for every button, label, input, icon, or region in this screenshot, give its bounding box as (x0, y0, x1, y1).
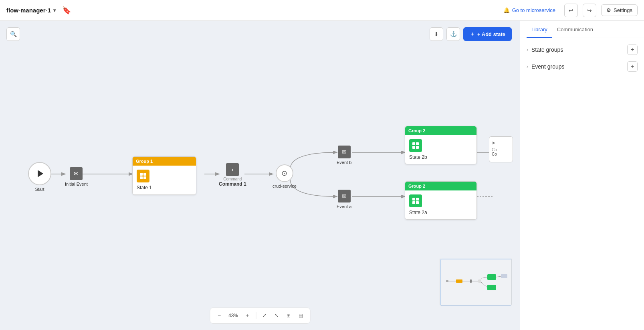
group2b-bar: Group 2 (405, 126, 476, 135)
svg-rect-14 (412, 146, 415, 149)
redo-button[interactable]: ↪ (583, 4, 596, 17)
state2a-label: State 2a (409, 210, 427, 215)
book-icon[interactable]: 🔖 (62, 6, 71, 15)
title-chevron-icon[interactable]: ▾ (53, 8, 56, 13)
zoom-in-icon: + (246, 312, 249, 319)
grid-button[interactable]: ⊞ (283, 310, 294, 321)
svg-rect-8 (140, 173, 143, 176)
search-icon: 🔍 (10, 31, 17, 37)
tab-library[interactable]: Library (527, 21, 552, 38)
svg-rect-15 (416, 146, 419, 149)
event-a-icon: ✉ (338, 190, 351, 202)
initial-event-node[interactable]: ✉ Initial Event (65, 167, 88, 186)
svg-rect-23 (470, 279, 472, 283)
zoom-out-button[interactable]: − (214, 310, 224, 321)
svg-rect-16 (412, 198, 415, 200)
settings-label: Settings (614, 7, 632, 13)
main-layout: 🔍 ⬇ ⚓ ＋ + Add state (0, 21, 644, 330)
add-state-button[interactable]: ＋ + Add state (463, 27, 512, 41)
settings-button[interactable]: ⚙ Settings (601, 4, 638, 16)
initial-event-icon: ✉ (70, 167, 83, 180)
state2b-label: State 2b (409, 154, 427, 160)
svg-rect-12 (412, 142, 415, 145)
svg-rect-21 (446, 280, 448, 282)
anchor-button[interactable]: ⚓ (446, 27, 460, 41)
start-node[interactable]: Start (28, 162, 51, 192)
event-a-node[interactable]: ✉ Event a (337, 190, 351, 209)
event-a-label: Event a (337, 204, 351, 209)
group1-bar: Group 1 (133, 157, 196, 166)
svg-rect-27 (501, 274, 507, 278)
microservice-icon: 🔔 (503, 7, 510, 13)
state-groups-chevron[interactable]: › (527, 47, 528, 53)
state2a-node[interactable]: Group 2 State 2a (405, 181, 477, 220)
canvas-toolbar: 🔍 ⬇ ⚓ ＋ + Add state (6, 27, 520, 41)
tab-communication[interactable]: Communication (552, 21, 598, 38)
svg-rect-22 (456, 279, 462, 283)
service-node[interactable]: ⊙ crud-service (273, 164, 297, 188)
title-text: flow-manager-1 (6, 7, 51, 14)
group2a-bar: Group 2 (405, 182, 476, 190)
svg-rect-26 (487, 285, 496, 290)
add-state-label: + Add state (477, 31, 505, 37)
group1-label: Group 1 (136, 159, 153, 164)
topbar: flow-manager-1 ▾ 🔖 🔔 Go to microservice … (0, 0, 644, 21)
state2b-node[interactable]: Group 2 State 2b (405, 126, 477, 164)
event-b-node[interactable]: ✉ Event b (337, 146, 351, 165)
svg-rect-13 (416, 142, 419, 145)
state-groups-section: › State groups + (527, 45, 638, 55)
svg-rect-24 (478, 279, 481, 283)
zoom-controls: − 43% + ⤢ ⤡ ⊞ ▤ (210, 308, 310, 324)
fit-view-button[interactable]: ⤢ (259, 310, 270, 321)
add-state-group-button[interactable]: + (627, 45, 638, 55)
expand-button[interactable]: ⤡ (271, 310, 282, 321)
go-to-microservice-label: Go to microservice (512, 7, 555, 13)
svg-rect-20 (440, 258, 512, 306)
group2b-label: Group 2 (408, 128, 425, 133)
svg-rect-17 (416, 198, 419, 200)
state1-node[interactable]: Group 1 State 1 (132, 156, 196, 195)
panel-body: › State groups + › Event groups + (520, 38, 644, 330)
state1-label: State 1 (137, 185, 152, 190)
app-title: flow-manager-1 ▾ (6, 7, 56, 14)
zoom-out-icon: − (218, 312, 221, 319)
download-button[interactable]: ⬇ (430, 27, 443, 41)
go-to-microservice-button[interactable]: 🔔 Go to microservice (499, 5, 559, 16)
zoom-level-label: 43% (226, 313, 240, 318)
event-groups-section: › Event groups + (527, 61, 638, 72)
communication-tab-label: Communication (557, 26, 593, 32)
state2b-icon (409, 139, 422, 152)
svg-rect-11 (143, 176, 146, 179)
command1-label: Command 1 (219, 181, 246, 187)
command-icon: › (226, 163, 239, 176)
zoom-divider (256, 312, 256, 319)
svg-rect-25 (487, 274, 496, 280)
command-node[interactable]: › Command Command 1 (219, 163, 246, 187)
state2a-icon (409, 194, 422, 207)
svg-rect-9 (143, 173, 146, 176)
event-groups-chevron[interactable]: › (527, 64, 528, 69)
state2b-continuation: > Co Co (489, 136, 513, 162)
event-b-label: Event b (337, 160, 351, 165)
layout-button[interactable]: ▤ (295, 310, 306, 321)
svg-rect-19 (416, 201, 419, 204)
state1-icon (137, 170, 149, 182)
service-icon: ⊙ (276, 164, 293, 182)
add-state-icon: ＋ (470, 30, 475, 38)
mini-map-svg (440, 258, 512, 306)
play-icon (38, 170, 43, 177)
zoom-in-button[interactable]: + (242, 310, 252, 321)
canvas-search-button[interactable]: 🔍 (6, 27, 20, 41)
canvas-area[interactable]: 🔍 ⬇ ⚓ ＋ + Add state (0, 21, 520, 330)
state-groups-label: State groups (531, 47, 627, 53)
panel-tabs: Library Communication (520, 21, 644, 38)
right-panel: Library Communication › State groups + ›… (520, 21, 644, 330)
settings-gear-icon: ⚙ (606, 7, 611, 13)
svg-rect-18 (412, 201, 415, 204)
svg-rect-10 (140, 176, 143, 179)
library-tab-label: Library (531, 26, 547, 32)
mini-map (440, 258, 512, 306)
add-event-group-button[interactable]: + (627, 61, 638, 72)
undo-button[interactable]: ↩ (564, 4, 578, 17)
start-label: Start (35, 187, 44, 192)
